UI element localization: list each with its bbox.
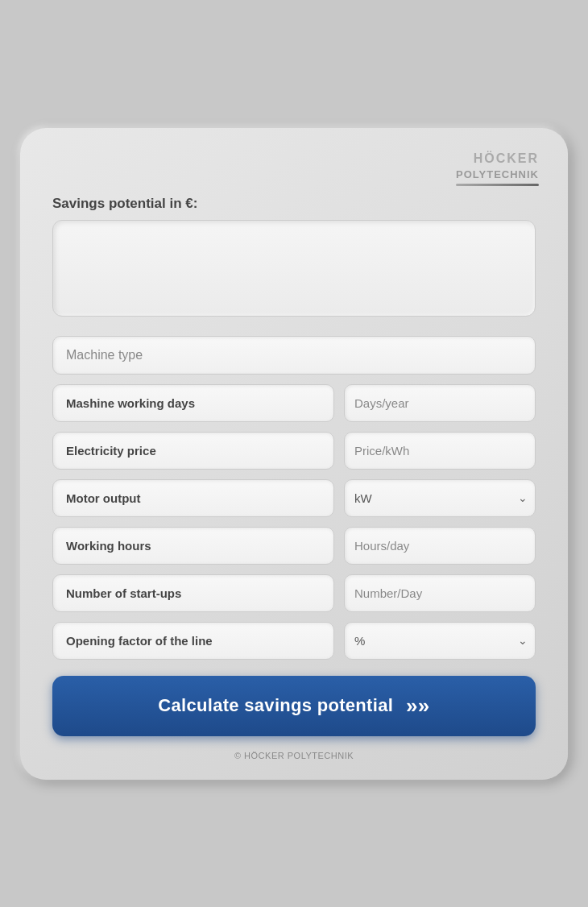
field-row-working-days: Mashine working days bbox=[52, 384, 536, 422]
savings-label: Savings potential in €: bbox=[52, 196, 536, 212]
field-row-motor-output: Motor output kW HP ⌄ bbox=[52, 479, 536, 517]
opening-factor-select-wrapper: % Fraction ⌄ bbox=[344, 622, 536, 660]
field-label-start-ups: Number of start-ups bbox=[52, 574, 334, 612]
motor-output-select-wrapper: kW HP ⌄ bbox=[344, 479, 536, 517]
field-row-working-hours: Working hours bbox=[52, 527, 536, 565]
motor-output-select[interactable]: kW HP bbox=[344, 479, 536, 517]
logo-underline bbox=[456, 184, 539, 186]
calculate-button[interactable]: Calculate savings potential »» bbox=[52, 676, 536, 736]
start-ups-input[interactable] bbox=[344, 574, 536, 612]
field-row-opening-factor: Opening factor of the line % Fraction ⌄ bbox=[52, 622, 536, 660]
field-label-opening-factor: Opening factor of the line bbox=[52, 622, 334, 660]
main-card: HÖCKER POLYTECHNIK Savings potential in … bbox=[20, 128, 568, 780]
calculate-chevron-icon: »» bbox=[406, 694, 430, 719]
field-row-start-ups: Number of start-ups bbox=[52, 574, 536, 612]
working-hours-input[interactable] bbox=[344, 527, 536, 565]
field-label-working-days: Mashine working days bbox=[52, 384, 334, 422]
working-days-input[interactable] bbox=[344, 384, 536, 422]
savings-display bbox=[52, 220, 536, 317]
field-label-working-hours: Working hours bbox=[52, 527, 334, 565]
field-label-electricity-price: Electricity price bbox=[52, 432, 334, 470]
logo-text: HÖCKER POLYTECHNIK bbox=[456, 151, 539, 183]
form-section: Mashine working days Electricity price M… bbox=[52, 336, 536, 660]
footer: © HÖCKER POLYTECHNIK bbox=[52, 751, 536, 760]
calculate-button-label: Calculate savings potential bbox=[158, 695, 393, 716]
opening-factor-select[interactable]: % Fraction bbox=[344, 622, 536, 660]
field-row-electricity-price: Electricity price bbox=[52, 432, 536, 470]
machine-type-input[interactable] bbox=[52, 336, 536, 375]
logo-area: HÖCKER POLYTECHNIK bbox=[456, 151, 539, 187]
electricity-price-input[interactable] bbox=[344, 432, 536, 470]
field-label-motor-output: Motor output bbox=[52, 479, 334, 517]
